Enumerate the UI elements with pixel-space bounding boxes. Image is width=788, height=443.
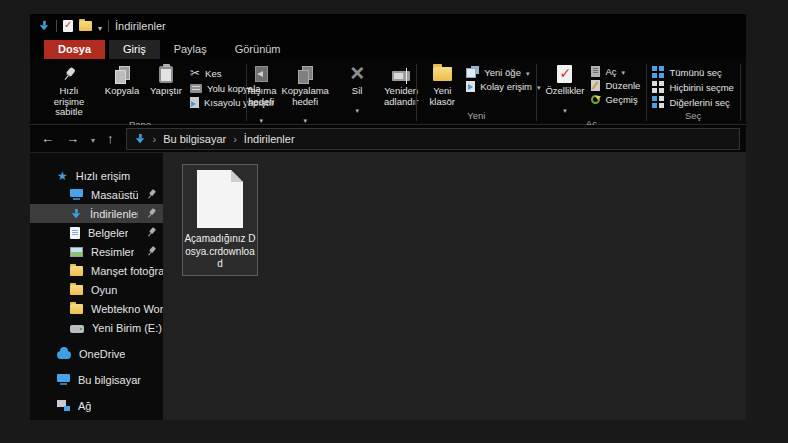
paste-icon	[159, 66, 173, 83]
sidebar-item-network[interactable]: Ağ	[30, 396, 163, 415]
ribbon-group-open: Özellikler Aç Düzenle Geçmiş	[540, 61, 642, 124]
history-icon	[591, 95, 600, 104]
open-button[interactable]: Aç	[591, 66, 640, 77]
new-folder-button[interactable]: Yeni klasör	[420, 61, 464, 108]
sidebar-item-documents[interactable]: Belgeler	[30, 223, 163, 242]
up-button[interactable]: ↑	[102, 131, 119, 146]
chevron-down-icon	[355, 99, 359, 117]
titlebar: İndirilenler	[30, 14, 746, 38]
invert-selection-icon	[652, 96, 664, 108]
group-label-select: Seç	[650, 110, 735, 124]
select-all-button[interactable]: Tümünü seç	[652, 66, 733, 78]
rename-icon	[392, 71, 410, 81]
forward-button[interactable]: →	[61, 131, 84, 146]
new-item-button[interactable]: Yeni öğe	[466, 66, 540, 78]
sidebar-item-oyun[interactable]: Oyun	[30, 280, 163, 299]
ribbon: Hızlı erişime sabitle Kopyala Yapıştır K…	[30, 59, 746, 125]
paste-button[interactable]: Yapıştır	[144, 61, 188, 98]
breadcrumb[interactable]: › Bu bilgisayar › İndirilenler	[126, 128, 740, 150]
pin-icon[interactable]	[144, 187, 159, 202]
sidebar-item-onedrive[interactable]: OneDrive	[30, 344, 163, 363]
folder-icon	[70, 266, 83, 276]
invert-selection-button[interactable]: Diğerlerini seç	[652, 96, 733, 108]
divider	[108, 20, 109, 32]
tab-giris[interactable]: Giriş	[109, 40, 160, 59]
pin-icon[interactable]	[144, 225, 159, 240]
documents-icon	[70, 227, 80, 239]
explorer-window: İndirilenler Dosya Giriş Paylaş Görünüm …	[30, 14, 746, 420]
copy-button[interactable]: Kopyala	[100, 61, 144, 98]
rename-button[interactable]: Yeniden adlandır	[379, 61, 423, 108]
move-to-button[interactable]: Taşıma hedefi	[239, 61, 283, 128]
new-folder-icon	[433, 67, 452, 81]
sidebar-item-quick-access[interactable]: Hızlı erişim	[30, 166, 163, 185]
easy-access-icon	[466, 81, 475, 92]
copy-path-icon	[190, 84, 202, 93]
delete-button[interactable]: Sil	[335, 61, 379, 118]
easy-access-button[interactable]: Kolay erişim	[466, 81, 540, 92]
pushpin-icon	[58, 63, 81, 86]
downloads-icon	[71, 208, 81, 218]
copy-icon	[115, 66, 129, 82]
properties-button[interactable]: Özellikler	[540, 61, 589, 118]
sidebar-item-webtekno-word[interactable]: Webtekno Word	[30, 299, 163, 318]
breadcrumb-this-pc[interactable]: Bu bilgisayar	[163, 133, 226, 145]
spacer	[30, 389, 163, 396]
qat-new-folder-icon[interactable]	[79, 21, 92, 31]
move-to-icon	[255, 66, 268, 82]
network-icon	[57, 400, 70, 411]
address-bar: ← → ↑ › Bu bilgisayar › İndirilenler	[30, 125, 746, 153]
pictures-icon	[70, 247, 83, 257]
edit-button[interactable]: Düzenle	[591, 80, 640, 91]
file-name: Açamadığınız Dosya.crdownload	[183, 233, 257, 271]
sidebar-item-this-pc[interactable]: Bu bilgisayar	[30, 370, 163, 389]
body: Hızlı erişim Masaüstü İndirilenler Belge…	[30, 153, 746, 420]
pin-to-quick-access-button[interactable]: Hızlı erişime sabitle	[38, 61, 100, 119]
sidebar-item-desktop[interactable]: Masaüstü	[30, 185, 163, 204]
file-item[interactable]: Açamadığınız Dosya.crdownload	[182, 164, 258, 276]
desktop-icon	[70, 189, 83, 200]
divider	[56, 20, 57, 32]
qat-properties-icon[interactable]	[63, 20, 73, 32]
file-icon	[197, 170, 243, 228]
select-none-button[interactable]: Hiçbirini seçme	[652, 81, 733, 93]
copy-to-button[interactable]: Kopyalama hedefi	[283, 61, 327, 128]
chevron-down-icon	[526, 67, 530, 78]
paste-shortcut-icon	[190, 97, 199, 108]
downloads-folder-icon	[39, 21, 49, 31]
recent-locations-chevron-icon[interactable]	[86, 131, 100, 146]
tab-gorunum[interactable]: Görünüm	[221, 40, 295, 59]
sidebar-item-downloads[interactable]: İndirilenler	[30, 204, 163, 223]
properties-icon	[557, 65, 572, 83]
ribbon-group-select: Tümünü seç Hiçbirini seçme Diğerlerini s…	[650, 61, 735, 124]
file-list-area[interactable]: Açamadığınız Dosya.crdownload	[163, 153, 746, 420]
breadcrumb-separator: ›	[233, 133, 237, 145]
ribbon-group-new: Yeni klasör Yeni öğe Kolay erişim Yeni	[420, 61, 532, 124]
spacer	[30, 337, 163, 344]
back-button[interactable]: ←	[36, 131, 59, 146]
tab-paylas[interactable]: Paylaş	[160, 40, 221, 59]
history-button[interactable]: Geçmiş	[591, 94, 640, 105]
chevron-down-icon	[622, 66, 626, 77]
sidebar-item-yeni-birim[interactable]: Yeni Birim (E:)	[30, 318, 163, 337]
pin-icon[interactable]	[144, 206, 159, 221]
computer-icon	[57, 374, 70, 385]
sidebar-item-pictures[interactable]: Resimler	[30, 242, 163, 261]
page-fold	[231, 170, 243, 182]
window-title: İndirilenler	[115, 20, 166, 32]
ribbon-tabbar: Dosya Giriş Paylaş Görünüm	[30, 38, 746, 59]
new-item-icon	[466, 66, 479, 78]
qat-customize-chevron-icon[interactable]	[98, 17, 102, 35]
sidebar-item-manset-fotograflari[interactable]: Manşet fotoğrafları	[30, 261, 163, 280]
drive-icon	[70, 325, 84, 333]
chevron-down-icon	[563, 99, 567, 117]
pin-icon[interactable]	[144, 244, 159, 259]
breadcrumb-downloads[interactable]: İndirilenler	[244, 133, 295, 145]
copy-to-icon	[298, 66, 312, 82]
breadcrumb-separator: ›	[153, 133, 157, 145]
tab-dosya[interactable]: Dosya	[44, 40, 105, 59]
select-all-icon	[652, 66, 664, 78]
group-label-new: Yeni	[420, 110, 532, 124]
scissors-icon	[190, 66, 200, 80]
downloads-icon	[134, 133, 144, 143]
